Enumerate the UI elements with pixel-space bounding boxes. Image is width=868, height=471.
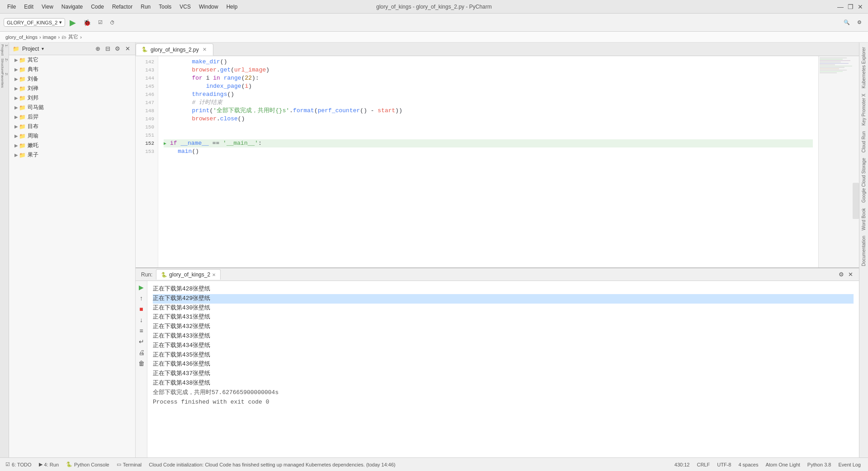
menu-code[interactable]: Code (87, 3, 108, 11)
output-line-4: 正在下载第432张壁纸 (153, 322, 854, 332)
python-console-button[interactable]: 🐍 Python Console (62, 461, 113, 468)
right-panel-kubernetes[interactable]: Kubernetes Explorer (860, 44, 867, 91)
activity-structure[interactable]: Z-Structure (1, 59, 8, 72)
run-config[interactable]: GLORY_OF_KINGS_2 ▾ (4, 18, 65, 27)
menu-help[interactable]: Help (223, 3, 241, 11)
scroll-down-button[interactable]: ↓ (137, 315, 146, 324)
search-everywhere-button[interactable]: 🔍 (841, 18, 853, 27)
encoding[interactable]: UTF-8 (715, 461, 733, 468)
run-close-button[interactable]: ✕ (846, 271, 854, 279)
breadcrumb-root[interactable]: glory_of_kings (5, 34, 38, 40)
tree-item-liuchan[interactable]: ▶ 📁 刘禅 (9, 84, 135, 93)
run-tab-close[interactable]: ✕ (212, 272, 216, 277)
code-line-153: main() (164, 147, 813, 156)
tab-close-button[interactable]: ✕ (202, 46, 208, 53)
chevron-down-icon[interactable]: ▾ (59, 19, 62, 25)
stop-button[interactable]: ■ (137, 304, 146, 314)
line-separator[interactable]: CRLF (695, 461, 712, 468)
run-bottom-button[interactable]: ▶ 4: Run (35, 461, 62, 468)
chevron-down-icon[interactable]: ▾ (42, 46, 44, 51)
print-button[interactable]: 🖨 (137, 348, 146, 357)
code-line-146: threadings() (164, 90, 813, 99)
right-panel-gcloudstorage[interactable]: Google Cloud Storage (860, 155, 867, 205)
menu-window[interactable]: Window (195, 3, 222, 11)
soft-wrap-button[interactable]: ↵ (137, 337, 146, 346)
maximize-button[interactable]: ❐ (846, 3, 854, 11)
todo-button[interactable]: ☑ 6: TODO (2, 461, 35, 468)
tree-item-dianwei[interactable]: ▶ 📁 典韦 (9, 65, 135, 74)
line-142: 142 (136, 58, 158, 66)
collapse-all-button[interactable]: ⊟ (104, 45, 112, 53)
menu-tools[interactable]: Tools (155, 3, 175, 11)
menu-run[interactable]: Run (137, 3, 154, 11)
menu-refactor[interactable]: Refactor (108, 3, 136, 11)
right-panel-cloudrun[interactable]: Cloud Run (860, 128, 867, 155)
theme-setting[interactable]: Atom One Light (764, 461, 802, 468)
menu-view[interactable]: View (38, 3, 57, 11)
locate-file-button[interactable]: ⊕ (94, 45, 102, 53)
line-146: 146 (136, 90, 158, 99)
indent-setting[interactable]: 4 spaces (736, 461, 760, 468)
clear-button[interactable]: 🗑 (137, 359, 146, 368)
right-panel-wordbook[interactable]: Word Book (860, 205, 867, 233)
run-panel-tabs: Run: 🐍 glory_of_kings_2 ✕ ⚙ ✕ (136, 268, 859, 281)
menu-edit[interactable]: Edit (20, 3, 37, 11)
scroll-up-button[interactable]: ↑ (137, 294, 146, 303)
activity-project[interactable]: 1: Project (1, 44, 8, 58)
line-143: 143 (136, 66, 158, 74)
run-settings-button[interactable]: ⚙ (837, 271, 845, 279)
breadcrumb-image[interactable]: image (43, 34, 57, 40)
close-button[interactable]: ✕ (856, 3, 864, 11)
coverage-button[interactable]: ☑ (95, 18, 105, 27)
code-content[interactable]: make_dir() browser.get(url_image) for i … (158, 56, 818, 267)
code-line-149: browser.close() (164, 115, 813, 123)
cursor-position[interactable]: 430:12 (673, 461, 692, 468)
settings-sidebar-button[interactable]: ⚙ (113, 45, 122, 53)
python-file-icon: 🐍 (142, 47, 148, 52)
event-log-button[interactable]: Event Log (836, 461, 863, 468)
tree-item-zhouyu[interactable]: ▶ 📁 周瑜 (9, 131, 135, 141)
run-button[interactable]: ▶ (67, 16, 79, 29)
menu-file[interactable]: File (4, 3, 19, 11)
debug-button[interactable]: 🐞 (80, 18, 94, 28)
run-output: 正在下载第428张壁纸 正在下载第429张壁纸 正在下载第430张壁纸 正在下载… (147, 281, 859, 457)
breadcrumb-current[interactable]: 其它 (68, 33, 78, 40)
activity-favorites[interactable]: 2: Favorites (1, 73, 8, 87)
tree-item-qita[interactable]: ▶ 📁 其它 (9, 55, 135, 65)
code-line-144: for i in range(22): (164, 74, 813, 82)
tree-item-guozi[interactable]: ▶ 📁 果子 (9, 150, 135, 160)
rerun-button[interactable]: ▶ (137, 283, 146, 292)
run-tab-main[interactable]: 🐍 glory_of_kings_2 ✕ (156, 269, 221, 280)
tree-item-liubei[interactable]: ▶ 📁 刘备 (9, 74, 135, 84)
output-line-1: 正在下载第429张壁纸 (153, 294, 854, 304)
code-editor[interactable]: 142 143 144 145 146 147 148 149 150 151 … (136, 56, 859, 267)
tree-item-liubang[interactable]: ▶ 📁 刘邦 (9, 93, 135, 103)
file-tree: ▶ 📁 其它 ▶ 📁 典韦 ▶ 📁 刘备 (9, 55, 135, 457)
tree-item-houyi[interactable]: ▶ 📁 后羿 (9, 112, 135, 122)
folder-icon-small: 🗁 (61, 34, 66, 40)
profile-button[interactable]: ⏱ (107, 19, 118, 27)
output-line-5: 正在下载第433张壁纸 (153, 332, 854, 341)
close-sidebar-button[interactable]: ✕ (123, 45, 132, 53)
tree-item-mubu[interactable]: ▶ 📁 目布 (9, 122, 135, 131)
menu-vcs[interactable]: VCS (176, 3, 194, 11)
minimize-button[interactable]: — (836, 3, 844, 11)
run-config-name: GLORY_OF_KINGS_2 (7, 20, 57, 25)
menu-bar: File Edit View Navigate Code Refactor Ru… (4, 3, 241, 11)
activity-bar: 1: Project Z-Structure 2: Favorites (0, 43, 9, 457)
compare-with-clipboard[interactable]: ≡ (137, 326, 146, 335)
output-line-0: 正在下载第428张壁纸 (153, 285, 854, 294)
menu-navigate[interactable]: Navigate (58, 3, 86, 11)
output-line-10: 正在下载第438张壁纸 (153, 379, 854, 388)
python-version[interactable]: Python 3.8 (806, 461, 833, 468)
tab-glory-of-kings-2[interactable]: 🐍 glory_of_kings_2.py ✕ (136, 43, 213, 56)
minimap-viewport[interactable] (853, 183, 859, 219)
right-panel-keypromoter[interactable]: Key Promoter X (860, 91, 867, 128)
line-144: 144 (136, 74, 158, 82)
tree-item-nenza[interactable]: ▶ 📁 嫩吒 (9, 141, 135, 150)
right-panel-documentation[interactable]: Documentation (860, 233, 867, 269)
terminal-button[interactable]: ▭ Terminal (113, 461, 146, 468)
output-line-3: 正在下载第431张壁纸 (153, 313, 854, 322)
tree-item-simayi[interactable]: ▶ 📁 司马懿 (9, 103, 135, 112)
settings-button[interactable]: ⚙ (854, 18, 864, 27)
